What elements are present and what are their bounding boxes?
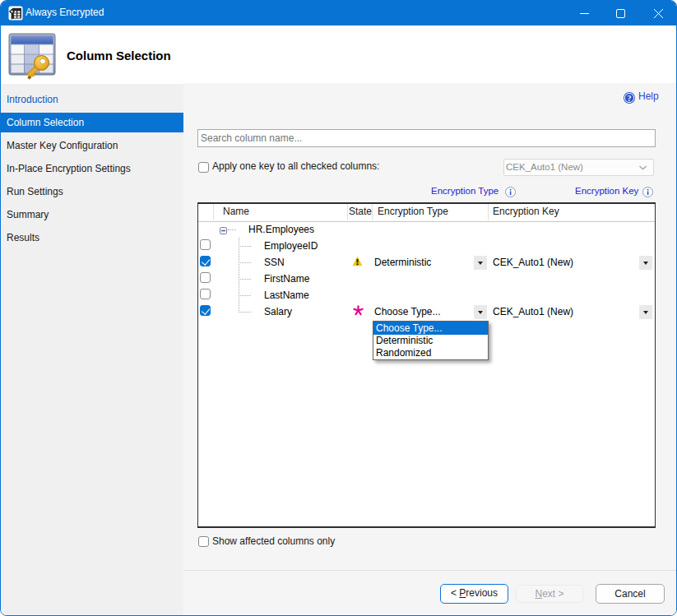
svg-text:?: ?	[628, 94, 632, 103]
